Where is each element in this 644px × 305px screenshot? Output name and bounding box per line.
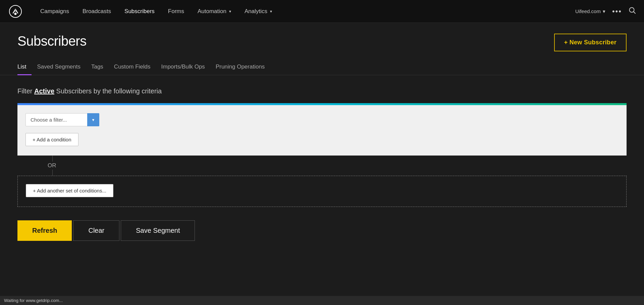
- bottom-buttons: Refresh Clear Save Segment: [17, 220, 627, 241]
- tabs: List Saved Segments Tags Custom Fields I…: [0, 59, 644, 75]
- new-subscriber-button[interactable]: + New Subscriber: [554, 34, 627, 51]
- refresh-button[interactable]: Refresh: [17, 220, 72, 241]
- nav-right: Uifeed.com ▾ •••: [575, 7, 636, 16]
- status-bar: Waiting for www.getdrip.com...: [0, 296, 644, 305]
- logo[interactable]: [8, 4, 23, 19]
- nav-broadcasts[interactable]: Broadcasts: [76, 5, 118, 17]
- nav-forms[interactable]: Forms: [161, 5, 191, 17]
- add-condition-button[interactable]: + Add a condition: [25, 133, 78, 146]
- or-separator: OR: [17, 156, 627, 176]
- nav-automation[interactable]: Automation ▾: [191, 5, 238, 17]
- condition-set-1: Choose a filter... + Add a condition: [17, 105, 627, 156]
- navbar: Campaigns Broadcasts Subscribers Forms A…: [0, 0, 644, 23]
- domain-label: Uifeed.com: [575, 8, 601, 14]
- status-text: Waiting for www.getdrip.com...: [4, 298, 63, 303]
- tab-saved-segments[interactable]: Saved Segments: [32, 59, 86, 75]
- nav-subscribers[interactable]: Subscribers: [118, 5, 161, 17]
- svg-point-0: [9, 5, 21, 17]
- more-options-button[interactable]: •••: [612, 7, 622, 16]
- filter-description: Filter Active Subscribers by the followi…: [17, 87, 627, 95]
- nav-campaigns[interactable]: Campaigns: [34, 5, 76, 17]
- domain-chevron-icon: ▾: [603, 8, 605, 14]
- analytics-chevron-icon: ▾: [270, 9, 272, 14]
- or-line-bottom: [52, 170, 53, 176]
- nav-analytics[interactable]: Analytics ▾: [238, 5, 279, 17]
- tab-list[interactable]: List: [17, 59, 32, 75]
- tab-custom-fields[interactable]: Custom Fields: [109, 59, 156, 75]
- search-button[interactable]: [629, 7, 636, 16]
- save-segment-button[interactable]: Save Segment: [121, 220, 195, 241]
- page-header: Subscribers + New Subscriber: [0, 23, 644, 51]
- filter-select-wrapper: Choose a filter...: [25, 113, 99, 126]
- clear-button[interactable]: Clear: [73, 220, 119, 241]
- tab-imports-bulk-ops[interactable]: Imports/Bulk Ops: [156, 59, 210, 75]
- tab-pruning-operations[interactable]: Pruning Operations: [210, 59, 270, 75]
- add-another-set-container: + Add another set of conditions...: [17, 176, 627, 207]
- or-label: OR: [48, 162, 56, 169]
- filter-status: Active: [34, 87, 54, 95]
- automation-chevron-icon: ▾: [229, 9, 231, 14]
- page-content: Subscribers + New Subscriber List Saved …: [0, 23, 644, 305]
- domain-selector[interactable]: Uifeed.com ▾: [575, 8, 605, 14]
- filter-row: Choose a filter...: [25, 113, 619, 126]
- add-another-set-button[interactable]: + Add another set of conditions...: [26, 184, 113, 197]
- nav-links: Campaigns Broadcasts Subscribers Forms A…: [34, 5, 575, 17]
- filter-select[interactable]: Choose a filter...: [25, 113, 99, 126]
- page-title: Subscribers: [17, 34, 87, 49]
- svg-point-1: [14, 12, 17, 15]
- tab-tags[interactable]: Tags: [86, 59, 109, 75]
- or-line-top: [52, 156, 53, 162]
- main-area: Filter Active Subscribers by the followi…: [0, 75, 644, 253]
